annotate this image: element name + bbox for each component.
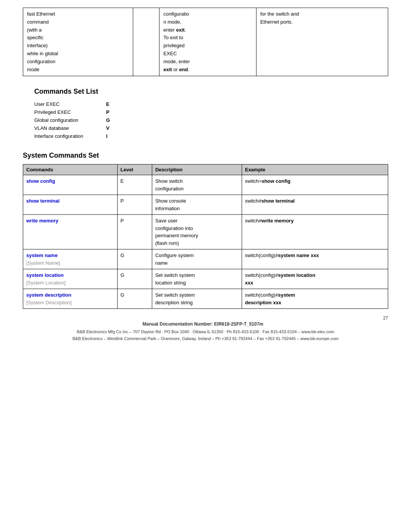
top-table-cell-2 bbox=[133, 8, 159, 76]
command-link: system location bbox=[26, 272, 64, 278]
top-table-cell-1: fast Ethernetcommand(with aspecificinter… bbox=[23, 8, 133, 76]
cmd-cell: show config bbox=[23, 175, 118, 195]
command-param: [System Description] bbox=[26, 300, 72, 305]
cmd-cell: system description [System Description] bbox=[23, 289, 118, 309]
level-cell: P bbox=[117, 195, 152, 215]
list-item-letter: G bbox=[106, 116, 110, 124]
list-item-letter: I bbox=[106, 132, 110, 140]
cmd-cell: write memory bbox=[23, 215, 118, 249]
list-item: Global configuration G bbox=[34, 116, 110, 124]
manual-doc-number: Manual Documentation Number: EIR618-2SFP… bbox=[143, 321, 263, 327]
list-item-label: Interface configuration bbox=[34, 132, 106, 140]
col-header-level: Level bbox=[117, 165, 152, 175]
level-cell: G bbox=[117, 289, 152, 309]
level-cell: P bbox=[117, 215, 152, 249]
table-row: system description [System Description] … bbox=[23, 289, 388, 309]
list-item: VLAN database V bbox=[34, 124, 110, 132]
company-line-1: B&B Electronics Mfg Co Inc – 707 Dayton … bbox=[23, 328, 388, 335]
list-item: Privileged EXEC P bbox=[34, 108, 110, 116]
description-cell: Set switch systemdescription string bbox=[152, 289, 242, 309]
commands-set-list-section: Commands Set List User EXEC E Privileged… bbox=[34, 88, 388, 140]
system-commands-title: System Commands Set bbox=[23, 152, 388, 160]
list-item-letter: E bbox=[106, 100, 110, 108]
example-cell: switch(config)#systemdescription xxx bbox=[242, 289, 388, 309]
command-link: show config bbox=[26, 178, 55, 184]
commands-set-list-table: User EXEC E Privileged EXEC P Global con… bbox=[34, 100, 110, 140]
command-param: [System Location] bbox=[26, 280, 65, 286]
cmd-cell: system name [System Name] bbox=[23, 249, 118, 269]
commands-set-list-title: Commands Set List bbox=[34, 88, 388, 96]
example-cell: switch#write memory bbox=[242, 215, 388, 249]
col-header-commands: Commands bbox=[23, 165, 118, 175]
command-param: [System Name] bbox=[26, 260, 60, 266]
description-cell: Show consoleinformation bbox=[152, 195, 242, 215]
list-item-label: User EXEC bbox=[34, 100, 106, 108]
level-cell: G bbox=[117, 249, 152, 269]
list-item: Interface configuration I bbox=[34, 132, 110, 140]
cmd-cell: show terminal bbox=[23, 195, 118, 215]
system-commands-table: Commands Level Description Example show … bbox=[23, 164, 388, 309]
example-cell: switch(config)#system locationxxx bbox=[242, 269, 388, 289]
example-cell: switch>show config bbox=[242, 175, 388, 195]
list-item-letter: P bbox=[106, 108, 110, 116]
company-line-2: B&B Electronics – Westlink Commercial Pa… bbox=[23, 335, 388, 342]
level-cell: G bbox=[117, 269, 152, 289]
command-link: system name bbox=[26, 252, 57, 258]
list-item-letter: V bbox=[106, 124, 110, 132]
page-number: 27 bbox=[383, 314, 388, 322]
command-link: write memory bbox=[26, 218, 59, 224]
cmd-cell: system location [System Location] bbox=[23, 269, 118, 289]
top-table: fast Ethernetcommand(with aspecificinter… bbox=[23, 8, 388, 76]
top-table-cell-3: configuration mode,enter exit.To exit to… bbox=[159, 8, 256, 76]
col-header-example: Example bbox=[242, 165, 388, 175]
description-cell: Set switch systemlocation string bbox=[152, 269, 242, 289]
footer: Manual Documentation Number: EIR618-2SFP… bbox=[23, 320, 388, 342]
command-link: show terminal bbox=[26, 198, 59, 204]
system-commands-section: System Commands Set Commands Level Descr… bbox=[23, 152, 388, 309]
level-cell: E bbox=[117, 175, 152, 195]
table-row: system name [System Name] G Configure sy… bbox=[23, 249, 388, 269]
command-link: system description bbox=[26, 292, 72, 298]
col-header-description: Description bbox=[152, 165, 242, 175]
description-cell: Configure systemname bbox=[152, 249, 242, 269]
list-item: User EXEC E bbox=[34, 100, 110, 108]
table-row: show config E Show switchconfiguration s… bbox=[23, 175, 388, 195]
table-row: write memory P Save userconfiguration in… bbox=[23, 215, 388, 249]
list-item-label: Privileged EXEC bbox=[34, 108, 106, 116]
list-item-label: VLAN database bbox=[34, 124, 106, 132]
top-table-cell-4: for the switch andEthernet ports. bbox=[256, 8, 388, 76]
list-item-label: Global configuration bbox=[34, 116, 106, 124]
table-row: system location [System Location] G Set … bbox=[23, 269, 388, 289]
description-cell: Show switchconfiguration bbox=[152, 175, 242, 195]
description-cell: Save userconfiguration intopermanent mem… bbox=[152, 215, 242, 249]
example-cell: switch#show terminal bbox=[242, 195, 388, 215]
table-row: show terminal P Show consoleinformation … bbox=[23, 195, 388, 215]
example-cell: switch(config)#system name xxx bbox=[242, 249, 388, 269]
